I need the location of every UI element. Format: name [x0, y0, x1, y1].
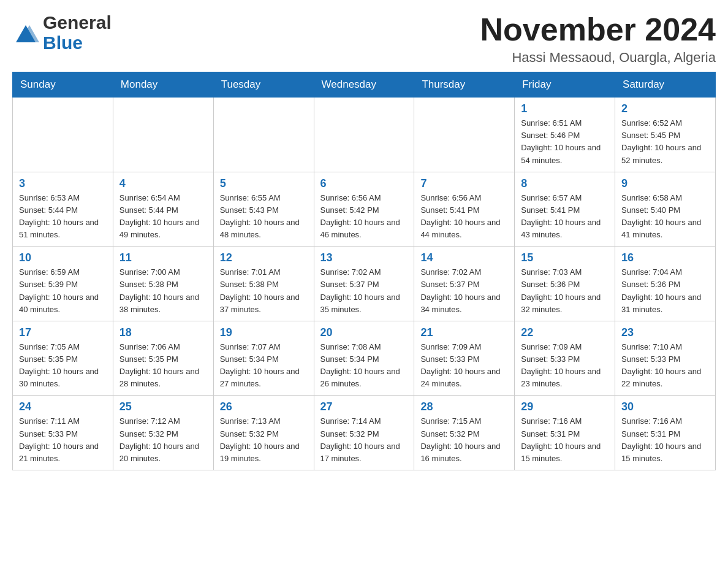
week-row-3: 10Sunrise: 6:59 AMSunset: 5:39 PMDayligh…: [13, 247, 716, 321]
cell-w2-d7: 9Sunrise: 6:58 AMSunset: 5:40 PMDaylight…: [615, 172, 716, 247]
day-number: 22: [521, 326, 609, 339]
day-info: Sunrise: 7:14 AMSunset: 5:32 PMDaylight:…: [320, 415, 408, 465]
day-info: Sunrise: 7:09 AMSunset: 5:33 PMDaylight:…: [521, 341, 609, 391]
day-info: Sunrise: 6:59 AMSunset: 5:39 PMDaylight:…: [19, 266, 107, 316]
calendar-table: Sunday Monday Tuesday Wednesday Thursday…: [12, 72, 716, 470]
cell-w5-d1: 24Sunrise: 7:11 AMSunset: 5:33 PMDayligh…: [13, 396, 113, 470]
cell-w3-d4: 13Sunrise: 7:02 AMSunset: 5:37 PMDayligh…: [314, 247, 414, 321]
cell-w1-d7: 2Sunrise: 6:52 AMSunset: 5:45 PMDaylight…: [615, 98, 716, 172]
month-title: November 2024: [480, 12, 716, 47]
day-info: Sunrise: 7:09 AMSunset: 5:33 PMDaylight:…: [420, 341, 508, 391]
col-friday: Friday: [515, 72, 615, 98]
day-number: 3: [19, 177, 107, 190]
day-info: Sunrise: 6:58 AMSunset: 5:40 PMDaylight:…: [621, 192, 709, 242]
day-number: 28: [420, 400, 508, 413]
cell-w2-d2: 4Sunrise: 6:54 AMSunset: 5:44 PMDaylight…: [113, 172, 213, 247]
day-info: Sunrise: 7:02 AMSunset: 5:37 PMDaylight:…: [320, 266, 408, 316]
day-number: 24: [19, 400, 107, 413]
cell-w3-d6: 15Sunrise: 7:03 AMSunset: 5:36 PMDayligh…: [515, 247, 615, 321]
cell-w4-d1: 17Sunrise: 7:05 AMSunset: 5:35 PMDayligh…: [13, 321, 113, 396]
day-info: Sunrise: 7:13 AMSunset: 5:32 PMDaylight:…: [220, 415, 308, 465]
day-number: 5: [220, 177, 308, 190]
cell-w5-d4: 27Sunrise: 7:14 AMSunset: 5:32 PMDayligh…: [314, 396, 414, 470]
col-tuesday: Tuesday: [213, 72, 314, 98]
day-info: Sunrise: 7:04 AMSunset: 5:36 PMDaylight:…: [621, 266, 709, 316]
day-info: Sunrise: 7:10 AMSunset: 5:33 PMDaylight:…: [621, 341, 709, 391]
cell-w1-d1: [13, 98, 113, 172]
day-number: 26: [220, 400, 308, 413]
logo: General Blue: [12, 12, 112, 53]
day-number: 10: [19, 251, 107, 264]
cell-w2-d1: 3Sunrise: 6:53 AMSunset: 5:44 PMDaylight…: [13, 172, 113, 247]
day-info: Sunrise: 6:54 AMSunset: 5:44 PMDaylight:…: [119, 192, 207, 242]
page-header: General Blue November 2024 Hassi Messaou…: [12, 12, 716, 66]
day-number: 20: [320, 326, 408, 339]
location-title: Hassi Messaoud, Ouargla, Algeria: [480, 50, 716, 66]
cell-w1-d3: [213, 98, 314, 172]
day-info: Sunrise: 7:11 AMSunset: 5:33 PMDaylight:…: [19, 415, 107, 465]
day-number: 16: [621, 251, 709, 264]
col-thursday: Thursday: [414, 72, 515, 98]
col-wednesday: Wednesday: [314, 72, 414, 98]
cell-w3-d5: 14Sunrise: 7:02 AMSunset: 5:37 PMDayligh…: [414, 247, 515, 321]
day-info: Sunrise: 7:16 AMSunset: 5:31 PMDaylight:…: [521, 415, 609, 465]
logo-general: General: [43, 12, 112, 33]
day-number: 2: [621, 102, 709, 115]
day-number: 7: [420, 177, 508, 190]
col-sunday: Sunday: [13, 72, 113, 98]
day-number: 19: [220, 326, 308, 339]
cell-w4-d4: 20Sunrise: 7:08 AMSunset: 5:34 PMDayligh…: [314, 321, 414, 396]
day-number: 8: [521, 177, 609, 190]
day-info: Sunrise: 6:51 AMSunset: 5:46 PMDaylight:…: [521, 117, 609, 167]
day-info: Sunrise: 7:02 AMSunset: 5:37 PMDaylight:…: [420, 266, 508, 316]
calendar-header-row: Sunday Monday Tuesday Wednesday Thursday…: [13, 72, 716, 98]
day-number: 4: [119, 177, 207, 190]
week-row-2: 3Sunrise: 6:53 AMSunset: 5:44 PMDaylight…: [13, 172, 716, 247]
cell-w5-d6: 29Sunrise: 7:16 AMSunset: 5:31 PMDayligh…: [515, 396, 615, 470]
day-info: Sunrise: 6:56 AMSunset: 5:41 PMDaylight:…: [420, 192, 508, 242]
day-number: 23: [621, 326, 709, 339]
cell-w5-d7: 30Sunrise: 7:16 AMSunset: 5:31 PMDayligh…: [615, 396, 716, 470]
day-info: Sunrise: 7:15 AMSunset: 5:32 PMDaylight:…: [420, 415, 508, 465]
day-number: 17: [19, 326, 107, 339]
cell-w5-d5: 28Sunrise: 7:15 AMSunset: 5:32 PMDayligh…: [414, 396, 515, 470]
cell-w3-d1: 10Sunrise: 6:59 AMSunset: 5:39 PMDayligh…: [13, 247, 113, 321]
cell-w1-d2: [113, 98, 213, 172]
day-info: Sunrise: 7:06 AMSunset: 5:35 PMDaylight:…: [119, 341, 207, 391]
week-row-4: 17Sunrise: 7:05 AMSunset: 5:35 PMDayligh…: [13, 321, 716, 396]
day-info: Sunrise: 7:08 AMSunset: 5:34 PMDaylight:…: [320, 341, 408, 391]
day-info: Sunrise: 7:00 AMSunset: 5:38 PMDaylight:…: [119, 266, 207, 316]
day-info: Sunrise: 6:52 AMSunset: 5:45 PMDaylight:…: [621, 117, 709, 167]
col-monday: Monday: [113, 72, 213, 98]
cell-w4-d2: 18Sunrise: 7:06 AMSunset: 5:35 PMDayligh…: [113, 321, 213, 396]
cell-w4-d6: 22Sunrise: 7:09 AMSunset: 5:33 PMDayligh…: [515, 321, 615, 396]
day-number: 15: [521, 251, 609, 264]
day-number: 13: [320, 251, 408, 264]
cell-w3-d2: 11Sunrise: 7:00 AMSunset: 5:38 PMDayligh…: [113, 247, 213, 321]
cell-w4-d7: 23Sunrise: 7:10 AMSunset: 5:33 PMDayligh…: [615, 321, 716, 396]
col-saturday: Saturday: [615, 72, 716, 98]
day-number: 9: [621, 177, 709, 190]
day-info: Sunrise: 6:57 AMSunset: 5:41 PMDaylight:…: [521, 192, 609, 242]
day-number: 12: [220, 251, 308, 264]
cell-w4-d5: 21Sunrise: 7:09 AMSunset: 5:33 PMDayligh…: [414, 321, 515, 396]
title-section: November 2024 Hassi Messaoud, Ouargla, A…: [480, 12, 716, 66]
day-number: 30: [621, 400, 709, 413]
cell-w2-d6: 8Sunrise: 6:57 AMSunset: 5:41 PMDaylight…: [515, 172, 615, 247]
week-row-5: 24Sunrise: 7:11 AMSunset: 5:33 PMDayligh…: [13, 396, 716, 470]
cell-w4-d3: 19Sunrise: 7:07 AMSunset: 5:34 PMDayligh…: [213, 321, 314, 396]
day-info: Sunrise: 7:01 AMSunset: 5:38 PMDaylight:…: [220, 266, 308, 316]
day-info: Sunrise: 6:53 AMSunset: 5:44 PMDaylight:…: [19, 192, 107, 242]
day-number: 6: [320, 177, 408, 190]
day-info: Sunrise: 7:12 AMSunset: 5:32 PMDaylight:…: [119, 415, 207, 465]
cell-w5-d3: 26Sunrise: 7:13 AMSunset: 5:32 PMDayligh…: [213, 396, 314, 470]
day-number: 21: [420, 326, 508, 339]
cell-w1-d5: [414, 98, 515, 172]
day-number: 14: [420, 251, 508, 264]
day-info: Sunrise: 7:16 AMSunset: 5:31 PMDaylight:…: [621, 415, 709, 465]
cell-w5-d2: 25Sunrise: 7:12 AMSunset: 5:32 PMDayligh…: [113, 396, 213, 470]
day-info: Sunrise: 6:55 AMSunset: 5:43 PMDaylight:…: [220, 192, 308, 242]
week-row-1: 1Sunrise: 6:51 AMSunset: 5:46 PMDaylight…: [13, 98, 716, 172]
day-number: 25: [119, 400, 207, 413]
day-info: Sunrise: 7:03 AMSunset: 5:36 PMDaylight:…: [521, 266, 609, 316]
